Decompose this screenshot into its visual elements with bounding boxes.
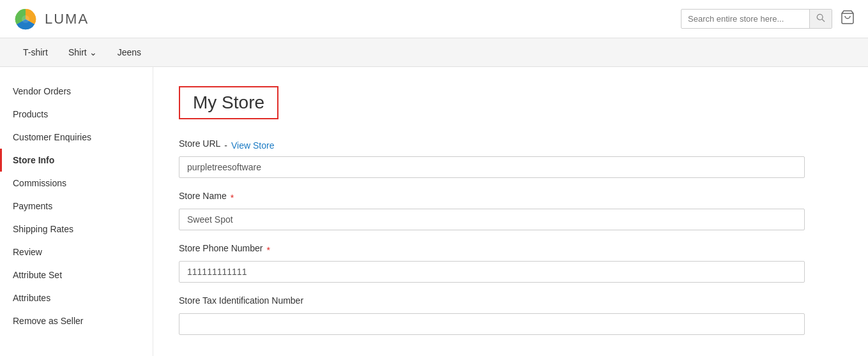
store-tax-input[interactable] (179, 313, 805, 335)
store-name-label-row: Store Name * (179, 191, 805, 205)
search-icon (816, 13, 825, 22)
store-info-form: Store URL - View Store Store Name * Stor… (179, 138, 805, 335)
main-content: My Store Store URL - View Store Store Na… (153, 67, 868, 356)
store-phone-input[interactable] (179, 261, 805, 283)
sidebar-item-remove-as-seller[interactable]: Remove as Seller (0, 309, 153, 332)
store-url-input[interactable] (179, 156, 805, 178)
chevron-down-icon: ⌄ (89, 47, 97, 57)
store-name-label: Store Name (179, 191, 227, 201)
store-phone-label: Store Phone Number (179, 243, 263, 253)
sidebar-item-products[interactable]: Products (0, 103, 153, 126)
sidebar-item-shipping-rates[interactable]: Shipping Rates (0, 218, 153, 241)
main-layout: Vendor Orders Products Customer Enquirie… (0, 67, 868, 356)
sidebar-item-attribute-set[interactable]: Attribute Set (0, 263, 153, 286)
search-button[interactable] (809, 10, 832, 28)
header: LUMA (0, 0, 868, 38)
page-title-box: My Store (179, 86, 278, 119)
store-name-required: * (231, 193, 234, 203)
store-tax-field: Store Tax Identification Number (179, 295, 805, 335)
store-url-label: Store URL (179, 138, 220, 149)
sidebar-item-commissions[interactable]: Commissions (0, 172, 153, 195)
luma-logo-icon (13, 6, 38, 32)
store-phone-field: Store Phone Number * (179, 243, 805, 283)
store-tax-label-row: Store Tax Identification Number (179, 295, 805, 309)
svg-line-3 (822, 19, 825, 22)
nav-bar: T-shirt Shirt ⌄ Jeens (0, 38, 868, 67)
search-bar (681, 9, 832, 29)
nav-item-jeens[interactable]: Jeens (107, 40, 151, 65)
store-phone-required: * (267, 245, 270, 255)
sidebar-item-review[interactable]: Review (0, 241, 153, 263)
search-input[interactable] (681, 10, 809, 27)
cart-icon (840, 10, 855, 25)
store-name-input[interactable] (179, 209, 805, 230)
sidebar-item-store-info[interactable]: Store Info (0, 149, 153, 172)
cart-button[interactable] (840, 10, 855, 29)
store-name-field: Store Name * (179, 191, 805, 230)
header-right (681, 9, 855, 29)
logo-text: LUMA (45, 11, 89, 27)
nav-item-shirt[interactable]: Shirt ⌄ (58, 40, 107, 65)
nav-item-tshirt[interactable]: T-shirt (13, 40, 58, 65)
store-url-label-row: Store URL - View Store (179, 138, 805, 152)
sidebar-item-payments[interactable]: Payments (0, 195, 153, 218)
sidebar-item-attributes[interactable]: Attributes (0, 286, 153, 309)
sidebar: Vendor Orders Products Customer Enquirie… (0, 67, 153, 356)
svg-point-2 (817, 14, 823, 20)
page-title: My Store (193, 93, 264, 113)
sidebar-item-customer-enquiries[interactable]: Customer Enquiries (0, 126, 153, 149)
view-store-link[interactable]: View Store (231, 140, 274, 151)
store-tax-label: Store Tax Identification Number (179, 295, 303, 306)
store-phone-label-row: Store Phone Number * (179, 243, 805, 257)
logo-area: LUMA (13, 6, 89, 32)
sidebar-item-vendor-orders[interactable]: Vendor Orders (0, 80, 153, 103)
store-url-field: Store URL - View Store (179, 138, 805, 178)
